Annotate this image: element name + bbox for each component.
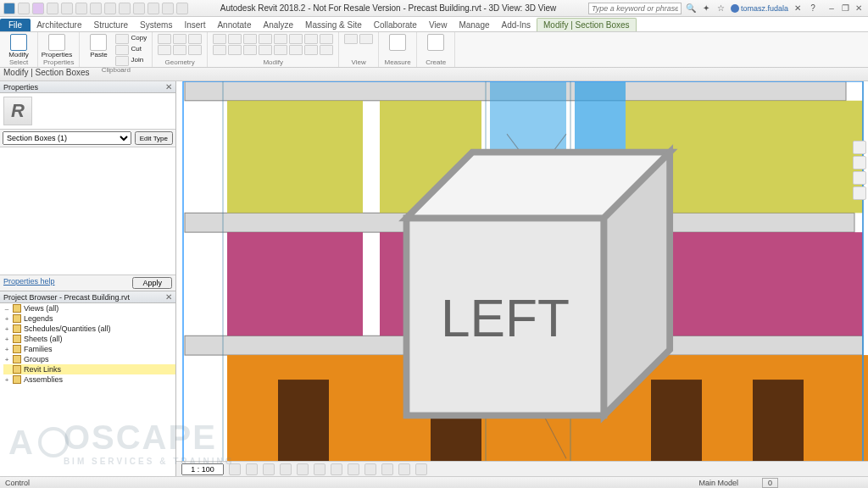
hide-isolate-icon[interactable] [348, 463, 359, 475]
modify-button[interactable]: Modify [5, 34, 32, 58]
modify-tool[interactable] [320, 34, 333, 44]
drag-elements-icon[interactable] [853, 478, 863, 488]
constraints-icon[interactable] [415, 463, 427, 475]
geom-btn[interactable] [173, 34, 186, 44]
match-button[interactable] [115, 56, 129, 66]
open-button[interactable] [18, 3, 30, 14]
scale-input[interactable] [181, 463, 224, 475]
tab-view[interactable]: View [423, 19, 453, 31]
measure-button[interactable] [384, 34, 411, 51]
signed-in-user[interactable]: tomasz.fudala [731, 4, 788, 13]
modify-tool[interactable] [274, 34, 287, 44]
type-selector[interactable]: Section Boxes (1) [3, 131, 131, 145]
close-icon[interactable]: ✕ [165, 82, 172, 92]
worksets-icon[interactable] [381, 463, 393, 475]
close-icon[interactable]: ✕ [165, 292, 172, 302]
drawing-area[interactable]: LEFT [176, 81, 868, 476]
paste-button[interactable]: Paste [85, 34, 112, 66]
reveal-hidden-icon[interactable] [364, 463, 376, 475]
close-button[interactable]: ✕ [853, 3, 865, 14]
geom-btn[interactable] [158, 45, 171, 55]
browser-node[interactable]: –Views (all) [3, 303, 175, 313]
properties-grid[interactable] [0, 147, 175, 274]
browser-node[interactable]: +Schedules/Quantities (all) [3, 324, 175, 334]
select-face-icon[interactable] [836, 478, 846, 488]
browser-node[interactable]: +Groups [3, 354, 175, 364]
properties-help-link[interactable]: Properties help [3, 277, 55, 289]
shadows-icon[interactable] [280, 463, 292, 475]
qat-button[interactable] [90, 3, 102, 14]
tab-systems[interactable]: Systems [134, 19, 178, 31]
modify-tool[interactable] [243, 34, 257, 44]
tab-collaborate[interactable]: Collaborate [368, 19, 423, 31]
select-underlay-icon[interactable] [802, 478, 812, 488]
browser-node[interactable]: +Families [3, 344, 175, 354]
modify-tool[interactable] [304, 34, 318, 44]
redo-button[interactable] [61, 3, 73, 14]
help-icon[interactable]: ? [807, 3, 819, 14]
cut-button[interactable] [115, 34, 129, 44]
minimize-button[interactable]: – [826, 3, 837, 14]
tab-addins[interactable]: Add-Ins [496, 19, 537, 31]
geom-btn[interactable] [188, 45, 202, 55]
crop-region-icon[interactable] [331, 463, 342, 475]
tab-insert[interactable]: Insert [178, 19, 211, 31]
modify-tool[interactable] [289, 34, 303, 44]
sun-path-icon[interactable] [263, 463, 275, 475]
browser-node[interactable]: +Assemblies [3, 374, 175, 385]
modify-tool[interactable] [320, 45, 333, 55]
help-search-input[interactable] [588, 3, 682, 14]
modify-tool[interactable] [228, 34, 242, 44]
modify-tool[interactable] [259, 45, 272, 55]
modify-tool[interactable] [274, 45, 287, 55]
project-browser-title[interactable]: Project Browser - Precast Building.rvt✕ [0, 291, 175, 303]
geom-btn[interactable] [158, 34, 171, 44]
browser-node[interactable]: +Legends [3, 313, 175, 324]
tab-modify-contextual[interactable]: Modify | Section Boxes [537, 18, 637, 31]
qat-button[interactable] [133, 3, 145, 14]
view-tool[interactable] [359, 34, 373, 44]
tab-analyze[interactable]: Analyze [257, 19, 299, 31]
pan-icon[interactable] [853, 156, 866, 169]
filter-icon[interactable] [745, 478, 755, 488]
browser-node[interactable]: +Sheets (all) [3, 334, 175, 344]
steering-wheel-icon[interactable] [853, 141, 866, 154]
modify-tool[interactable] [213, 34, 226, 44]
undo-button[interactable] [47, 3, 58, 14]
exchange-icon[interactable]: ✕ [792, 3, 804, 14]
star-icon[interactable]: ☆ [715, 3, 727, 14]
zoom-icon[interactable] [853, 171, 866, 185]
geom-btn[interactable] [173, 45, 186, 55]
tab-architecture[interactable]: Architecture [31, 19, 87, 31]
revit-logo-icon[interactable] [3, 3, 15, 14]
save-button[interactable] [32, 3, 44, 14]
view-tool[interactable] [344, 34, 358, 44]
visual-style-icon[interactable] [246, 463, 258, 475]
print-button[interactable] [75, 3, 87, 14]
modify-tool[interactable] [228, 45, 242, 55]
qat-button[interactable] [147, 3, 159, 14]
detail-level-icon[interactable] [229, 463, 241, 475]
tab-manage[interactable]: Manage [453, 19, 495, 31]
select-links-icon[interactable] [785, 478, 795, 488]
create-button[interactable] [422, 34, 449, 51]
browser-node[interactable]: Revit Links [3, 364, 175, 374]
edit-type-button[interactable]: Edit Type [135, 131, 173, 145]
rendering-icon[interactable] [297, 463, 309, 475]
orbit-icon[interactable] [853, 186, 866, 200]
modify-tool[interactable] [289, 45, 303, 55]
subscription-icon[interactable]: ✦ [700, 3, 712, 14]
qat-button[interactable] [119, 3, 131, 14]
qat-button[interactable] [104, 3, 116, 14]
select-pinned-icon[interactable] [819, 478, 829, 488]
qat-button[interactable] [162, 3, 174, 14]
modify-tool[interactable] [243, 45, 257, 55]
apply-button[interactable]: Apply [132, 277, 172, 289]
file-tab[interactable]: File [0, 19, 31, 31]
tab-massing[interactable]: Massing & Site [299, 19, 368, 31]
modify-tool[interactable] [259, 34, 272, 44]
restore-button[interactable]: ❐ [839, 3, 851, 14]
modify-tool[interactable] [304, 45, 318, 55]
tab-annotate[interactable]: Annotate [211, 19, 257, 31]
copy-button[interactable] [115, 45, 129, 55]
